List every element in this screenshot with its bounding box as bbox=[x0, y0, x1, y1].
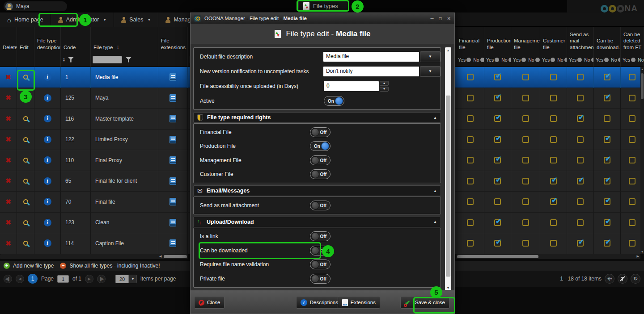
checkbox-can-be-deleted[interactable] bbox=[629, 198, 636, 205]
nav-tab-sales[interactable]: Sales▼ bbox=[114, 13, 158, 27]
checkbox-cell-financial-file[interactable] bbox=[456, 130, 484, 151]
dialog-scrollbar[interactable]: ▲ ▼ bbox=[445, 47, 451, 291]
checkbox-cell-customer-file[interactable] bbox=[540, 88, 567, 109]
yes-no-filter[interactable]: YesNo bbox=[456, 53, 484, 67]
checkbox-management-file[interactable] bbox=[522, 115, 529, 122]
show-all-file-types-button[interactable]: − Show all file types - including Inacti… bbox=[60, 263, 160, 269]
column-header-production-file[interactable]: Production file bbox=[484, 27, 511, 53]
user-chip[interactable]: Maya bbox=[4, 1, 67, 11]
checkbox-production-file[interactable] bbox=[494, 219, 501, 226]
row-info-button[interactable]: i bbox=[34, 109, 61, 130]
checkbox-can-be-deleted[interactable] bbox=[629, 115, 636, 122]
page-number-input[interactable]: 1 bbox=[57, 275, 69, 283]
delete-row-button[interactable]: ✖ bbox=[0, 88, 17, 109]
code-filter[interactable]: ▲▼ bbox=[61, 53, 91, 67]
chevron-down-icon[interactable]: ▼ bbox=[420, 51, 441, 62]
checkbox-send-as-mail-attachment[interactable] bbox=[577, 240, 584, 247]
checkbox-send-as-mail-attachment[interactable] bbox=[577, 178, 584, 184]
checkbox-send-as-mail-attachment[interactable] bbox=[577, 95, 584, 101]
column-header-management-file[interactable]: Management file bbox=[511, 27, 540, 53]
checkbox-management-file[interactable] bbox=[522, 178, 529, 184]
dialog-title-bar[interactable]: OOONA Manager - File type edit - Media f… bbox=[191, 13, 454, 24]
checkbox-can-be-downloaded[interactable] bbox=[604, 178, 610, 184]
row-info-button[interactable]: i bbox=[34, 213, 61, 234]
checkbox-cell-send-as-mail-attachment[interactable] bbox=[567, 88, 594, 109]
checkbox-cell-can-be-downloaded[interactable] bbox=[594, 150, 621, 171]
checkbox-customer-file[interactable] bbox=[550, 157, 557, 163]
collapse-icon[interactable]: ▲ bbox=[433, 116, 437, 120]
checkbox-cell-send-as-mail-attachment[interactable] bbox=[567, 233, 594, 254]
file-extensions-button[interactable] bbox=[158, 130, 188, 151]
section-header-file-type-required-rights[interactable]: File type required rights▲ bbox=[193, 112, 441, 123]
no-radio[interactable] bbox=[535, 58, 540, 62]
file-type-filter[interactable] bbox=[91, 53, 158, 67]
checkbox-production-file[interactable] bbox=[494, 240, 501, 247]
scrollbar-thumb[interactable] bbox=[641, 73, 644, 99]
file-extensions-button[interactable] bbox=[158, 213, 188, 234]
checkbox-customer-file[interactable] bbox=[550, 240, 557, 247]
checkbox-can-be-deleted[interactable] bbox=[629, 178, 636, 184]
checkbox-cell-can-be-downloaded[interactable] bbox=[594, 213, 621, 234]
column-header-edit[interactable]: Edit bbox=[17, 27, 34, 53]
yes-no-radios[interactable]: YesNo bbox=[542, 57, 567, 63]
checkbox-cell-send-as-mail-attachment[interactable] bbox=[567, 67, 594, 88]
yes-radio[interactable] bbox=[577, 58, 582, 62]
checkbox-can-be-deleted[interactable] bbox=[629, 95, 636, 101]
checkbox-financial-file[interactable] bbox=[467, 74, 474, 80]
toggle-off[interactable]: Off bbox=[310, 201, 330, 210]
minimize-icon[interactable]: ─ bbox=[430, 16, 433, 21]
yes-no-radios[interactable]: YesNo bbox=[596, 57, 621, 63]
column-header-file-type[interactable]: File type↓ bbox=[91, 27, 158, 53]
section-header-upload-download[interactable]: ↑↓Upload/Download▲ bbox=[193, 217, 441, 227]
checkbox-financial-file[interactable] bbox=[467, 198, 474, 205]
checkbox-cell-production-file[interactable] bbox=[484, 233, 511, 254]
checkbox-can-be-deleted[interactable] bbox=[629, 240, 636, 247]
checkbox-management-file[interactable] bbox=[522, 219, 529, 226]
checkbox-production-file[interactable] bbox=[494, 178, 501, 184]
checkbox-financial-file[interactable] bbox=[467, 240, 474, 247]
checkbox-can-be-downloaded[interactable] bbox=[604, 157, 610, 163]
checkbox-customer-file[interactable] bbox=[550, 219, 557, 226]
checkbox-cell-management-file[interactable] bbox=[511, 109, 540, 130]
checkbox-can-be-downloaded[interactable] bbox=[604, 240, 610, 247]
edit-row-button[interactable] bbox=[17, 192, 34, 213]
checkbox-management-file[interactable] bbox=[522, 74, 529, 80]
file-extensions-button[interactable] bbox=[158, 150, 188, 171]
clear-filters-button[interactable] bbox=[618, 274, 627, 284]
checkbox-cell-customer-file[interactable] bbox=[540, 192, 567, 213]
checkbox-cell-customer-file[interactable] bbox=[540, 171, 567, 192]
yes-radio[interactable] bbox=[521, 58, 526, 62]
yes-no-filter[interactable]: YesNo bbox=[621, 53, 644, 67]
sort-spinner-icon[interactable]: ▲▼ bbox=[63, 58, 65, 62]
checkbox-cell-production-file[interactable] bbox=[484, 67, 511, 88]
checkbox-send-as-mail-attachment[interactable] bbox=[577, 198, 584, 205]
checkbox-cell-send-as-mail-attachment[interactable] bbox=[567, 130, 594, 151]
yes-no-radios[interactable]: YesNo bbox=[486, 57, 511, 63]
yes-radio[interactable] bbox=[631, 58, 636, 62]
first-page-button[interactable]: ◀▌ bbox=[4, 275, 12, 283]
checkbox-management-file[interactable] bbox=[522, 95, 529, 101]
yes-radio[interactable] bbox=[495, 58, 499, 62]
checkbox-cell-can-be-downloaded[interactable] bbox=[594, 171, 621, 192]
page-size-dropdown-icon[interactable]: ▼ bbox=[129, 275, 137, 283]
checkbox-cell-management-file[interactable] bbox=[511, 67, 540, 88]
left-horizontal-scrollbar[interactable]: ◀ bbox=[0, 254, 188, 259]
column-header-can-be-download-[interactable]: Can be download... bbox=[594, 27, 621, 53]
checkbox-cell-management-file[interactable] bbox=[511, 150, 540, 171]
checkbox-production-file[interactable] bbox=[494, 198, 501, 205]
checkbox-customer-file[interactable] bbox=[550, 136, 557, 143]
file-extensions-button[interactable] bbox=[158, 233, 188, 254]
delete-row-button[interactable]: ✖ bbox=[0, 109, 17, 130]
yes-no-filter[interactable]: YesNo bbox=[511, 53, 540, 67]
spin-down-icon[interactable]: ▼ bbox=[380, 87, 389, 92]
checkbox-customer-file[interactable] bbox=[550, 74, 557, 80]
checkbox-production-file[interactable] bbox=[494, 95, 501, 101]
checkbox-cell-send-as-mail-attachment[interactable] bbox=[567, 171, 594, 192]
checkbox-cell-customer-file[interactable] bbox=[540, 67, 567, 88]
checkbox-cell-financial-file[interactable] bbox=[456, 192, 484, 213]
collapse-icon[interactable]: ▲ bbox=[433, 220, 437, 224]
checkbox-can-be-downloaded[interactable] bbox=[604, 198, 610, 205]
checkbox-customer-file[interactable] bbox=[550, 198, 557, 205]
spin-up-icon[interactable]: ▲ bbox=[380, 81, 389, 86]
checkbox-production-file[interactable] bbox=[494, 157, 501, 163]
